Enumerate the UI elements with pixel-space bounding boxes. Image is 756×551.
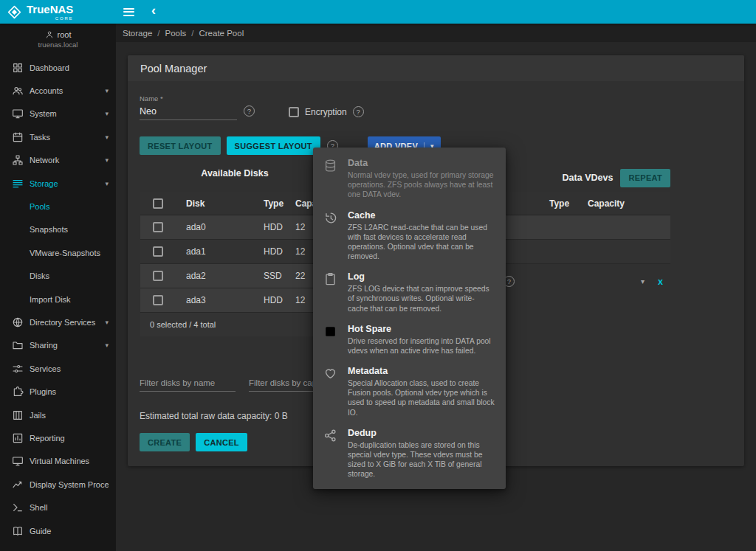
sharing-icon — [12, 339, 24, 351]
breadcrumb-storage[interactable]: Storage — [123, 29, 152, 38]
menu-item-data: Data Normal vdev type, used for primary … — [313, 153, 506, 205]
top-bar: TrueNAS CORE ‹ — [0, 0, 756, 24]
share-icon — [323, 428, 338, 479]
disk-type: HDD — [251, 222, 288, 232]
disk-name: ada1 — [176, 246, 251, 257]
filter-disks-by-name-input[interactable] — [140, 376, 236, 392]
sidebar-item-reporting[interactable]: Reporting — [0, 426, 116, 449]
table-row[interactable]: ada0 HDD 12 — [140, 215, 329, 240]
row-checkbox[interactable] — [153, 246, 163, 257]
sidebar-item-storage[interactable]: Storage ▾ — [0, 172, 116, 195]
encryption-checkbox[interactable] — [289, 107, 299, 117]
row-checkbox[interactable] — [153, 295, 163, 305]
sidebar-item-directory-services[interactable]: Directory Services ▾ — [0, 311, 116, 333]
sidebar-item-label: Shell — [30, 503, 109, 512]
menu-item-log[interactable]: Log ZFS LOG device that can improve spee… — [313, 266, 506, 319]
remove-vdev-button[interactable]: x — [658, 277, 663, 287]
sidebar-nav: Dashboard Accounts ▾ System ▾ Tasks ▾ Ne… — [0, 56, 116, 542]
sidebar-item-vmware-snapshots[interactable]: VMware-Snapshots — [0, 241, 116, 264]
sidebar-item-network[interactable]: Network ▾ — [0, 149, 116, 172]
breadcrumb-separator: / — [157, 29, 159, 38]
sidebar-item-accounts[interactable]: Accounts ▾ — [0, 79, 116, 102]
available-disks-panel: Available Disks Disk Type Capacity ada0 … — [140, 168, 329, 336]
select-all-checkbox[interactable] — [153, 198, 163, 209]
sidebar-item-disks[interactable]: Disks — [0, 265, 116, 288]
virtual-machines-icon — [12, 455, 24, 467]
dashboard-icon — [12, 62, 24, 74]
sidebar-item-shell[interactable]: Shell — [0, 496, 116, 519]
disk-name: ada0 — [176, 222, 251, 232]
sidebar-item-sharing[interactable]: Sharing ▾ — [0, 334, 116, 357]
sidebar-item-label: Snapshots — [30, 225, 109, 234]
sidebar-item-snapshots[interactable]: Snapshots — [0, 218, 116, 241]
breadcrumb-separator: / — [191, 29, 193, 38]
chevron-down-icon[interactable]: ▾ — [641, 277, 645, 285]
menu-item-hot-spare[interactable]: Hot Spare Drive reserved for inserting i… — [313, 319, 506, 361]
column-header-type: Type — [549, 198, 583, 209]
menu-item-title: Log — [348, 271, 495, 282]
breadcrumb-create-pool[interactable]: Create Pool — [199, 29, 244, 38]
system-processes-icon — [12, 479, 24, 491]
create-button[interactable]: CREATE — [140, 433, 190, 451]
available-disks-title: Available Disks — [140, 168, 329, 179]
sidebar-item-label: Import Disk — [30, 295, 109, 304]
breadcrumb-pools[interactable]: Pools — [165, 29, 186, 38]
reset-layout-button[interactable]: RESET LAYOUT — [140, 136, 221, 155]
menu-item-metadata[interactable]: Metadata Special Allocation class, used … — [313, 361, 506, 423]
reporting-icon — [12, 432, 24, 444]
menu-item-dedup[interactable]: Dedup De-duplication tables are stored o… — [313, 423, 506, 485]
row-checkbox[interactable] — [153, 271, 163, 281]
sidebar-item-label: System — [30, 109, 102, 118]
sidebar-item-label: Plugins — [30, 387, 109, 396]
sidebar-item-tasks[interactable]: Tasks ▾ — [0, 125, 116, 148]
sidebar-item-plugins[interactable]: Plugins — [0, 380, 116, 403]
system-icon — [12, 108, 24, 119]
menu-item-cache[interactable]: Cache ZFS L2ARC read-cache that can be u… — [313, 205, 506, 267]
table-row[interactable]: ada1 HDD 12 — [140, 240, 329, 264]
user-block: root truenas.local — [0, 24, 116, 54]
jails-icon — [12, 409, 24, 421]
sidebar-item-virtual-machines[interactable]: Virtual Machines — [0, 450, 116, 473]
sidebar-item-label: Tasks — [30, 133, 102, 142]
disk-type: HDD — [251, 295, 288, 305]
pool-name-input[interactable] — [140, 105, 237, 120]
table-row[interactable]: ada2 SSD 22 — [140, 264, 329, 288]
brand-name: TrueNAS CORE — [27, 4, 73, 21]
menu-item-title: Metadata — [348, 366, 495, 376]
pool-name-field: Name * — [140, 94, 237, 120]
sidebar-item-label: Dashboard — [30, 63, 109, 72]
sidebar-item-label: Network — [30, 156, 102, 164]
storage-icon — [12, 178, 24, 190]
chevron-down-icon: ▾ — [105, 87, 109, 94]
chevron-down-icon: ▾ — [105, 110, 109, 117]
pool-form-row: Name * ? Encryption ? — [140, 94, 732, 120]
suggest-layout-button[interactable]: SUGGEST LAYOUT — [227, 136, 320, 155]
table-row[interactable]: ada3 HDD 12 — [140, 288, 329, 313]
repeat-button[interactable]: REPEAT — [620, 169, 670, 187]
cancel-button[interactable]: CANCEL — [196, 433, 247, 451]
chevron-left-icon[interactable]: ‹ — [141, 0, 166, 24]
sidebar-item-system[interactable]: System ▾ — [0, 103, 116, 125]
menu-item-description: Special Allocation class, used to create… — [348, 378, 495, 417]
sidebar-item-label: Accounts — [30, 86, 102, 95]
sidebar-item-import-disk[interactable]: Import Disk — [0, 288, 116, 311]
sidebar-item-dashboard[interactable]: Dashboard — [0, 56, 116, 79]
disks-table-header: Disk Type Capacity — [140, 192, 329, 215]
sidebar-item-guide[interactable]: Guide — [0, 519, 116, 542]
sidebar-item-display-system-processes[interactable]: Display System Processes — [0, 473, 116, 496]
encryption-help-icon[interactable]: ? — [353, 106, 364, 117]
sidebar-item-label: VMware-Snapshots — [30, 249, 109, 257]
sidebar-item-services[interactable]: Services — [0, 357, 116, 380]
selection-summary: 0 selected / 4 total — [140, 313, 329, 336]
sidebar-item-label: Reporting — [30, 434, 109, 443]
tasks-icon — [12, 131, 24, 143]
disk-name: ada2 — [176, 271, 251, 281]
sidebar-item-pools[interactable]: Pools — [0, 195, 116, 218]
menu-item-description: Drive reserved for inserting into DATA p… — [348, 336, 495, 356]
menu-toggle-button[interactable] — [116, 0, 141, 24]
sidebar-item-jails[interactable]: Jails — [0, 403, 116, 426]
row-checkbox[interactable] — [153, 222, 163, 232]
menu-item-title: Data — [348, 158, 495, 168]
name-help-icon[interactable]: ? — [244, 105, 255, 117]
chevron-down-icon: ▾ — [105, 180, 109, 187]
